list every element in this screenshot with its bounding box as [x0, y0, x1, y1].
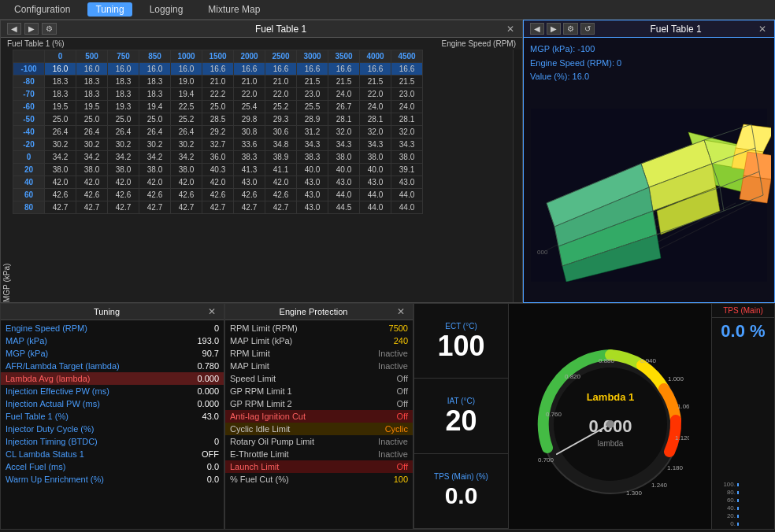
table-cell[interactable]: 16.0 [45, 63, 76, 76]
table-cell[interactable]: 16.6 [297, 63, 328, 76]
table-cell[interactable]: 19.4 [171, 88, 202, 101]
table-cell[interactable]: 18.3 [139, 76, 171, 88]
table-cell[interactable]: 28.1 [391, 113, 423, 126]
table-cell[interactable]: 40.0 [360, 164, 391, 176]
table-cell[interactable]: 26.4 [108, 126, 139, 139]
table-cell[interactable]: 42.0 [265, 176, 297, 189]
table-cell[interactable]: 31.2 [297, 126, 328, 139]
table-cell[interactable]: 30.2 [139, 139, 171, 151]
table-cell[interactable]: 32.7 [202, 139, 234, 151]
table-cell[interactable]: 42.7 [45, 201, 76, 214]
prev-btn[interactable]: ◀ [7, 23, 21, 35]
table-cell[interactable]: 43.0 [234, 176, 265, 189]
table-cell[interactable]: 44.0 [391, 201, 423, 214]
table-cell[interactable]: 19.5 [76, 101, 108, 113]
table-cell[interactable]: 43.0 [297, 176, 328, 189]
table-cell[interactable]: 30.2 [76, 139, 108, 151]
table-cell[interactable]: 26.4 [45, 126, 76, 139]
table-cell[interactable]: 44.0 [328, 189, 360, 201]
table-cell[interactable]: 30.6 [265, 126, 297, 139]
table-cell[interactable]: 42.7 [139, 201, 171, 214]
table-cell[interactable]: 42.6 [76, 189, 108, 201]
table-cell[interactable]: 18.3 [76, 76, 108, 88]
table-cell[interactable]: 26.7 [328, 101, 360, 113]
table-cell[interactable]: 33.6 [234, 139, 265, 151]
table-cell[interactable]: 42.0 [139, 176, 171, 189]
table-cell[interactable]: 40.3 [202, 164, 234, 176]
table-cell[interactable]: 16.6 [328, 63, 360, 76]
table-cell[interactable]: 42.7 [202, 201, 234, 214]
next-btn[interactable]: ▶ [24, 23, 39, 35]
table-row[interactable]: -7018.318.318.318.319.422.222.022.023.02… [13, 88, 423, 101]
table-cell[interactable]: 43.0 [391, 176, 423, 189]
table-cell[interactable]: 29.8 [234, 113, 265, 126]
table-cell[interactable]: 32.0 [328, 126, 360, 139]
table-cell[interactable]: 29.3 [265, 113, 297, 126]
table-cell[interactable]: 44.5 [328, 201, 360, 214]
table-cell[interactable]: 42.6 [139, 189, 171, 201]
table-cell[interactable]: 25.0 [202, 101, 234, 113]
table-cell[interactable]: 25.0 [139, 113, 171, 126]
table-cell[interactable]: 38.0 [391, 151, 423, 164]
table-cell[interactable]: 16.0 [108, 63, 139, 76]
table-cell[interactable]: 40.0 [328, 164, 360, 176]
table-cell[interactable]: 25.5 [297, 101, 328, 113]
table-cell[interactable]: 25.0 [108, 113, 139, 126]
table-cell[interactable]: 21.5 [391, 76, 423, 88]
chart-prev-btn[interactable]: ◀ [530, 23, 544, 35]
table-cell[interactable]: 21.0 [265, 76, 297, 88]
table-cell[interactable]: 21.0 [202, 76, 234, 88]
fuel-table-wrapper[interactable]: MGP (kPa) 050075085010001500200025003000… [1, 50, 522, 302]
table-cell[interactable]: 41.3 [234, 164, 265, 176]
table-cell[interactable]: 21.0 [234, 76, 265, 88]
table-cell[interactable]: 42.7 [108, 201, 139, 214]
table-cell[interactable]: 34.2 [171, 151, 202, 164]
table-cell[interactable]: 28.1 [360, 113, 391, 126]
table-cell[interactable]: 38.0 [328, 151, 360, 164]
table-cell[interactable]: 34.2 [108, 151, 139, 164]
table-cell[interactable]: 42.6 [234, 189, 265, 201]
table-cell[interactable]: 42.0 [45, 176, 76, 189]
table-cell[interactable]: 42.7 [234, 201, 265, 214]
table-row[interactable]: 8042.742.742.742.742.742.742.742.743.044… [13, 201, 423, 214]
table-cell[interactable]: 42.6 [171, 189, 202, 201]
table-cell[interactable]: 38.3 [297, 151, 328, 164]
table-cell[interactable]: 18.3 [76, 88, 108, 101]
table-cell[interactable]: 30.2 [108, 139, 139, 151]
table-cell[interactable]: 42.7 [171, 201, 202, 214]
table-cell[interactable]: 42.6 [202, 189, 234, 201]
table-cell[interactable]: 34.3 [297, 139, 328, 151]
table-cell[interactable]: 43.0 [328, 176, 360, 189]
table-cell[interactable]: 22.5 [171, 101, 202, 113]
table-cell[interactable]: 22.0 [360, 88, 391, 101]
tab-tuning[interactable]: Tuning [87, 2, 132, 17]
table-cell[interactable]: 18.3 [108, 76, 139, 88]
table-cell[interactable]: 32.0 [360, 126, 391, 139]
table-cell[interactable]: 38.0 [360, 151, 391, 164]
table-cell[interactable]: 25.0 [45, 113, 76, 126]
chart-refresh-btn[interactable]: ↺ [580, 23, 595, 35]
tab-mixture-map[interactable]: Mixture Map [200, 2, 268, 17]
table-cell[interactable]: 28.5 [202, 113, 234, 126]
table-cell[interactable]: 24.0 [360, 101, 391, 113]
table-cell[interactable]: 16.6 [234, 63, 265, 76]
table-cell[interactable]: 42.6 [45, 189, 76, 201]
table-cell[interactable]: 42.0 [108, 176, 139, 189]
table-cell[interactable]: 16.6 [391, 63, 423, 76]
table-cell[interactable]: 28.9 [297, 113, 328, 126]
table-row[interactable]: 034.234.234.234.234.236.038.338.938.338.… [13, 151, 423, 164]
table-cell[interactable]: 18.3 [108, 88, 139, 101]
table-cell[interactable]: 42.0 [76, 176, 108, 189]
table-cell[interactable]: 23.0 [391, 88, 423, 101]
table-cell[interactable]: 44.0 [360, 189, 391, 201]
settings-btn[interactable]: ⚙ [42, 23, 57, 35]
table-cell[interactable]: 34.2 [76, 151, 108, 164]
table-cell[interactable]: 16.0 [139, 63, 171, 76]
table-cell[interactable]: 30.2 [171, 139, 202, 151]
table-cell[interactable]: 40.0 [297, 164, 328, 176]
table-cell[interactable]: 25.2 [171, 113, 202, 126]
table-row[interactable]: -6019.519.519.319.422.525.025.425.225.52… [13, 101, 423, 113]
table-cell[interactable]: 43.0 [297, 189, 328, 201]
table-cell[interactable]: 19.3 [108, 101, 139, 113]
table-cell[interactable]: 28.1 [328, 113, 360, 126]
